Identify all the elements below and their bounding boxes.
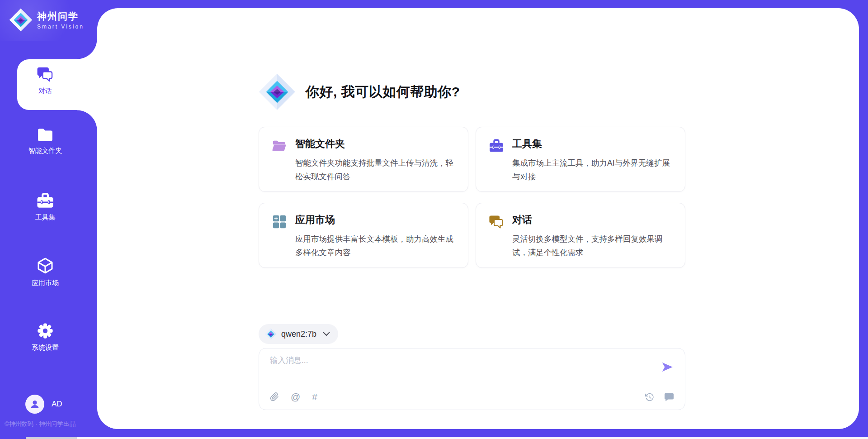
- sidebar: 神州问学 Smart Vision 对话 智能文件夹: [0, 0, 97, 439]
- card-chat[interactable]: 对话 灵活切换多模型文件，支持多样回复效果调试，满足个性化需求: [476, 203, 685, 268]
- card-description: 灵活切换多模型文件，支持多样回复效果调试，满足个性化需求: [512, 232, 672, 259]
- scrollbar-thumb[interactable]: [26, 437, 77, 439]
- sidebar-item-toolset[interactable]: 工具集: [0, 192, 90, 222]
- main-content: 你好, 我可以如何帮助你? 智能文件夹 智能文件夹功能支持批量文件上传与清洗，轻…: [259, 72, 685, 268]
- sidebar-item-label: 应用市场: [32, 279, 59, 287]
- sidebar-item-label: 系统设置: [32, 344, 59, 352]
- sidebar-item-label: 工具集: [35, 213, 56, 222]
- model-selector[interactable]: qwen2:7b: [259, 324, 338, 344]
- gem-logo-icon: [9, 8, 33, 32]
- card-title: 应用市场: [295, 213, 455, 227]
- toolbox-icon: [36, 192, 54, 209]
- toolbox-icon: [489, 138, 504, 153]
- card-description: 智能文件夹功能支持批量文件上传与清洗，轻松实现文件问答: [295, 156, 455, 183]
- paperclip-icon: [270, 392, 279, 402]
- toolbar-left: @ #: [270, 391, 317, 402]
- logo-texts: 神州问学 Smart Vision: [37, 10, 84, 30]
- mention-button[interactable]: @: [291, 391, 300, 402]
- gem-logo-icon: [265, 328, 277, 340]
- card-description: 应用市场提供丰富长文本模板，助力高效生成多样化文章内容: [295, 232, 455, 259]
- feature-cards: 智能文件夹 智能文件夹功能支持批量文件上传与清洗，轻松实现文件问答: [259, 127, 685, 268]
- gem-logo-icon: [259, 72, 296, 111]
- grid-icon: [272, 214, 287, 229]
- toolbar-right: [645, 392, 674, 402]
- sidebar-item-app-market[interactable]: 应用市场: [0, 257, 90, 287]
- attach-file-button[interactable]: [270, 392, 279, 402]
- sidebar-item-label: 对话: [38, 87, 52, 95]
- app-window: 神州问学 Smart Vision 对话 智能文件夹: [0, 0, 868, 439]
- greeting-title: 你好, 我可以如何帮助你?: [306, 83, 460, 101]
- logo-subtitle: Smart Vision: [37, 24, 84, 30]
- model-name: qwen2:7b: [281, 329, 316, 339]
- history-clock-icon: [645, 392, 654, 402]
- chat-bubble-icon: [664, 392, 674, 401]
- at-icon: @: [291, 391, 300, 402]
- user-name: AD: [52, 400, 62, 409]
- folder-icon: [37, 127, 54, 143]
- person-icon: [29, 399, 40, 410]
- cube-icon: [36, 257, 54, 275]
- copyright-footer: ©神州数码 · 神州问学出品: [5, 420, 75, 428]
- card-title: 工具集: [512, 137, 672, 151]
- chat-bubbles-icon: [489, 214, 504, 229]
- hash-icon: #: [312, 391, 317, 402]
- greeting-row: 你好, 我可以如何帮助你?: [259, 72, 685, 111]
- folder-open-icon: [272, 138, 287, 153]
- app-logo: 神州问学 Smart Vision: [9, 8, 84, 32]
- message-composer: @ #: [259, 348, 685, 410]
- main-surface: 你好, 我可以如何帮助你? 智能文件夹 智能文件夹功能支持批量文件上传与清洗，轻…: [97, 8, 859, 429]
- chat-icon: [36, 66, 54, 83]
- card-texts: 对话 灵活切换多模型文件，支持多样回复效果调试，满足个性化需求: [512, 213, 672, 259]
- card-smart-folder[interactable]: 智能文件夹 智能文件夹功能支持批量文件上传与清洗，轻松实现文件问答: [259, 127, 468, 192]
- chevron-down-icon: [323, 332, 330, 336]
- sidebar-item-settings[interactable]: 系统设置: [0, 322, 90, 352]
- card-texts: 工具集 集成市场上主流工具，助力AI与外界无缝扩展与对接: [512, 137, 672, 183]
- card-title: 智能文件夹: [295, 137, 455, 151]
- card-texts: 应用市场 应用市场提供丰富长文本模板，助力高效生成多样化文章内容: [295, 213, 455, 259]
- new-chat-button[interactable]: [664, 392, 674, 401]
- sidebar-item-label: 智能文件夹: [28, 147, 62, 155]
- user-profile[interactable]: AD: [25, 395, 62, 414]
- avatar: [25, 395, 44, 414]
- topic-button[interactable]: #: [312, 391, 317, 402]
- send-icon: [660, 360, 674, 374]
- horizontal-scrollbar[interactable]: [26, 437, 868, 439]
- sidebar-item-chat[interactable]: 对话: [0, 66, 90, 95]
- card-texts: 智能文件夹 智能文件夹功能支持批量文件上传与清洗，轻松实现文件问答: [295, 137, 455, 183]
- card-title: 对话: [512, 213, 672, 227]
- history-button[interactable]: [645, 392, 654, 402]
- card-toolset[interactable]: 工具集 集成市场上主流工具，助力AI与外界无缝扩展与对接: [476, 127, 685, 192]
- message-input[interactable]: [270, 355, 645, 381]
- card-app-market[interactable]: 应用市场 应用市场提供丰富长文本模板，助力高效生成多样化文章内容: [259, 203, 468, 268]
- gear-icon: [37, 322, 54, 339]
- composer-toolbar: @ #: [259, 384, 685, 410]
- logo-title: 神州问学: [37, 10, 84, 23]
- sidebar-item-smart-folder[interactable]: 智能文件夹: [0, 127, 90, 155]
- send-button[interactable]: [660, 360, 674, 374]
- card-description: 集成市场上主流工具，助力AI与外界无缝扩展与对接: [512, 156, 672, 183]
